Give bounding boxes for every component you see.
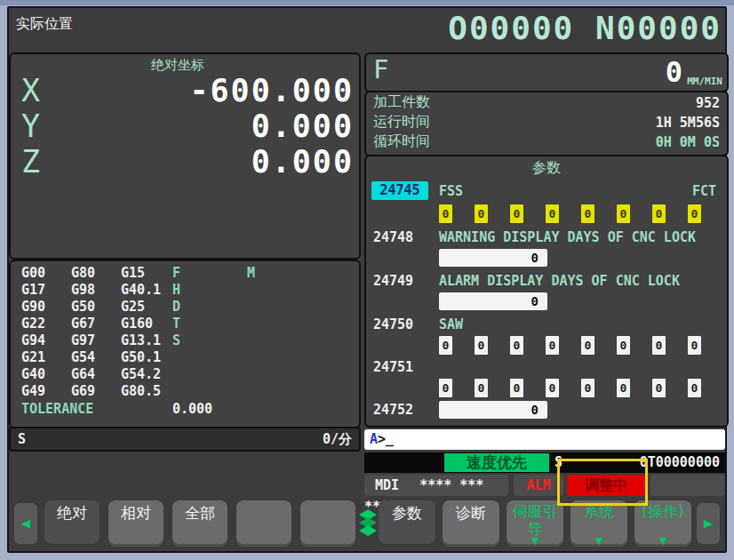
gcode-row: G94 G97 G13.1 S xyxy=(11,332,359,349)
dropdown-triangle-icon: ▼ xyxy=(531,536,539,546)
softkey-operation[interactable]: (操作) ▼ xyxy=(634,500,691,547)
softkey-all[interactable]: 全部 xyxy=(172,500,227,547)
axis-name-z: Z xyxy=(21,144,40,180)
gcode-cell: G90 xyxy=(21,299,45,315)
gcode-row: G40 G64 G54.2 xyxy=(11,366,359,383)
softkey-page-right[interactable]: ▶ xyxy=(697,503,720,544)
bit-field[interactable]: 0 xyxy=(581,336,594,355)
parameters-panel: 参数 24745 FSS FCT 0 0 0 0 0 0 0 0 24748 W… xyxy=(364,155,729,428)
right-arrow-icon: ▶ xyxy=(704,516,713,530)
bit-field[interactable]: 0 xyxy=(510,336,523,355)
param-value-24749: 0 xyxy=(366,293,727,313)
param-number: 24750 xyxy=(373,316,413,332)
parameters-title: 参数 xyxy=(366,159,727,178)
softkey-system[interactable]: 系统 ▼ xyxy=(570,500,627,547)
alarm-indicator: ALM xyxy=(514,475,563,496)
tolerance-row: TOLERANCE 0.000 xyxy=(11,401,359,418)
gcode-cell: G49 xyxy=(21,383,45,399)
counter-row: 运行时间 1H 5M56S xyxy=(366,112,727,132)
param-value-field[interactable]: 0 xyxy=(439,292,547,310)
bit-field[interactable]: 0 xyxy=(475,204,488,223)
prompt-device: A xyxy=(370,431,378,447)
gcode-cell: G15 xyxy=(121,265,145,281)
feedrate-label: F xyxy=(373,54,388,84)
bit-field[interactable]: 0 xyxy=(652,336,666,355)
param-value-field[interactable]: 0 xyxy=(439,401,547,419)
spindle-value: 0/分 xyxy=(323,431,352,448)
title-bar: 实际位置 O00000 N00000 xyxy=(9,8,725,52)
bit-field[interactable]: 0 xyxy=(617,204,630,223)
param-row-24751: 24751 xyxy=(366,359,727,379)
bit-field[interactable]: 0 xyxy=(581,379,594,397)
param-label: WARNING DISPLAY DAYS OF CNC LOCK xyxy=(439,229,696,245)
bit-field[interactable]: 0 xyxy=(510,379,523,397)
gcode-cell: G21 xyxy=(21,349,45,365)
param-number: 24752 xyxy=(373,402,413,418)
bit-field[interactable]: 0 xyxy=(475,379,488,397)
tolerance-value: 0.000 xyxy=(172,401,212,417)
gcode-cell: G69 xyxy=(71,383,95,399)
gcode-row: G17 G98 G40.1 H xyxy=(11,282,359,299)
bit-field[interactable]: 0 xyxy=(510,204,523,223)
bit-field[interactable]: 0 xyxy=(617,379,630,397)
bit-field[interactable]: 0 xyxy=(546,204,559,223)
bit-field[interactable]: 0 xyxy=(688,379,701,397)
mode-indicator: MDI **** *** *** xyxy=(364,475,508,496)
param-value-field[interactable]: 0 xyxy=(439,249,547,267)
left-arrow-icon: ◀ xyxy=(21,516,30,530)
program-number: O00000 N00000 xyxy=(448,10,722,46)
counter-row: 加工件数 952 xyxy=(366,92,727,112)
bit-field[interactable]: 0 xyxy=(688,204,701,223)
param-number-selected[interactable]: 24745 xyxy=(371,181,428,200)
bit-field[interactable]: 0 xyxy=(581,204,594,223)
gcode-cell: G17 xyxy=(21,282,45,298)
bit-field[interactable]: 0 xyxy=(652,204,666,223)
softkey-diagnosis[interactable]: 诊断 xyxy=(443,500,499,547)
softkey-servo-guide[interactable]: 伺服引导 ▼ xyxy=(507,500,563,547)
modal-letter: T xyxy=(172,316,180,332)
gcode-status-panel: G00 G80 G15 F M G17 G98 G40.1 H G90 G50 … xyxy=(9,260,361,428)
param-value-24748: 0 xyxy=(366,250,727,269)
softkey-label: (操作) xyxy=(642,502,683,520)
gcode-cell: G80 xyxy=(71,265,95,281)
gcode-cell: G50 xyxy=(71,299,95,315)
softkey-blank-1[interactable] xyxy=(236,500,291,547)
param-number: 24749 xyxy=(373,273,413,289)
bit-field[interactable]: 0 xyxy=(617,336,630,355)
bit-field[interactable]: 0 xyxy=(688,336,701,355)
axis-value-x: -600.000 xyxy=(189,73,354,108)
axis-value-y: 0.000 xyxy=(251,108,354,144)
gcode-row: G22 G67 G160 T xyxy=(11,316,359,332)
bit-field[interactable]: 0 xyxy=(546,336,559,355)
gcode-cell: G25 xyxy=(121,299,145,315)
counters-panel: 加工件数 952 运行时间 1H 5M56S 循环时间 0H 0M 0S xyxy=(364,91,729,156)
feedrate-value: 0 xyxy=(666,55,682,89)
softkey-parameters[interactable]: 参数 xyxy=(379,500,435,547)
bit-field[interactable]: 0 xyxy=(546,379,559,397)
softkey-absolute[interactable]: 绝对 xyxy=(44,500,100,547)
gcode-cell: G00 xyxy=(21,265,45,281)
absolute-position-panel: 绝对坐标 X -600.000 Y 0.000 Z 0.000 xyxy=(9,52,361,260)
softkey-page-left[interactable]: ◀ xyxy=(14,503,37,544)
gcode-cell: G97 xyxy=(71,332,95,348)
bit-field[interactable]: 0 xyxy=(439,379,452,397)
softkey-label: 全部 xyxy=(185,504,215,522)
softkey-blank-2[interactable] xyxy=(300,500,355,547)
gcode-cell: G80.5 xyxy=(121,383,161,399)
status-row: 速度优先 S 0T00000000 xyxy=(364,452,725,473)
parts-count-value: 952 xyxy=(696,95,720,111)
gcode-cell: G40 xyxy=(21,366,45,382)
cycle-time-value: 0H 0M 0S xyxy=(656,134,720,150)
bit-field[interactable]: 0 xyxy=(475,336,488,355)
speed-priority-badge: 速度优先 xyxy=(444,453,549,472)
tolerance-label: TOLERANCE xyxy=(21,401,93,417)
bit-field[interactable]: 0 xyxy=(652,379,666,397)
bit-field[interactable]: 0 xyxy=(439,204,452,223)
gcode-cell: G94 xyxy=(21,332,45,348)
gcode-row: G21 G54 G50.1 xyxy=(11,349,359,366)
modal-letter: S xyxy=(172,332,180,348)
bit-field[interactable]: 0 xyxy=(439,336,452,355)
softkey-label: 绝对 xyxy=(57,504,87,522)
mdi-input-line[interactable]: A>_ xyxy=(364,429,725,450)
softkey-relative[interactable]: 相对 xyxy=(108,500,164,547)
